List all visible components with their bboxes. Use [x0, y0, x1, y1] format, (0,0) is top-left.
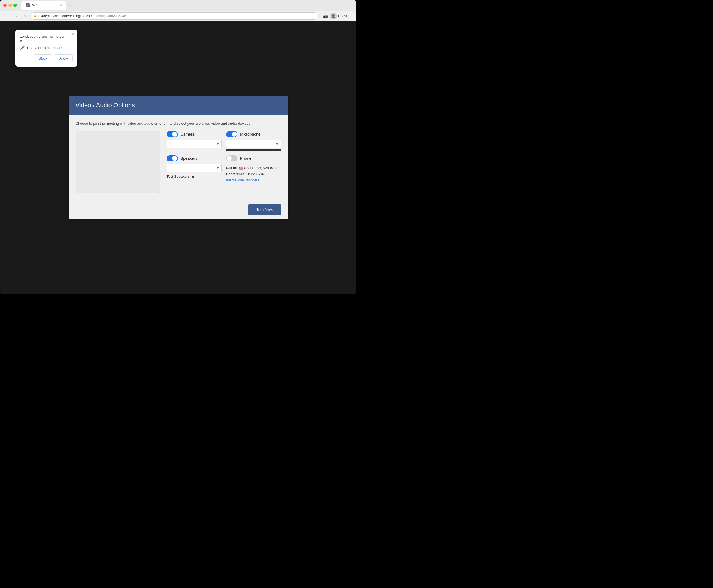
join-now-button[interactable]: Join Now [248, 205, 281, 215]
test-speakers-row: Test Speakers: ▶ [167, 174, 222, 178]
tab-title: VCI [32, 3, 38, 7]
camera-control: Camera [167, 131, 222, 151]
tab-close-button[interactable]: ✕ [59, 4, 62, 7]
url-path: /meeting/?id=2235346 [93, 14, 126, 18]
camera-microphone-row: Camera [167, 131, 281, 151]
call-in-number: US +1 (206) 928-9280 [244, 165, 278, 171]
video-audio-card: Video / Audio Options Choose to join the… [69, 96, 288, 219]
speakers-control: Speakers Test Speakers: ▶ [167, 155, 222, 184]
camera-device-select[interactable] [167, 140, 222, 148]
camera-toolbar-icon[interactable]: 📷 [323, 14, 328, 18]
controls-panel: Camera [167, 131, 281, 193]
speakers-toggle[interactable] [167, 155, 178, 162]
speakers-phone-row: Speakers Test Speakers: ▶ [167, 155, 281, 184]
minimize-button[interactable] [8, 4, 12, 7]
video-preview [76, 131, 160, 193]
fullscreen-button[interactable] [14, 4, 17, 7]
call-info: Call In: 🇺🇸 US +1 (206) 928-9280 Confere… [226, 165, 281, 184]
browser-toolbar: ← → ↻ 🔒 m4demo.videoconferencinginfo.com… [0, 11, 356, 21]
popup-permission-text: Use your microphone [27, 46, 62, 50]
back-button[interactable]: ← [3, 13, 10, 19]
conference-id-row: Conference ID: 223-5346 [226, 171, 281, 177]
conference-id-label: Conference ID: [226, 171, 250, 177]
microphone-level-bar [226, 149, 281, 151]
refresh-button[interactable]: ↻ [21, 13, 28, 19]
international-numbers-link[interactable]: International Numbers [226, 178, 259, 182]
popup-permission-row: 🎤 Use your microphone [20, 45, 73, 50]
phone-control: Phone ℹ Call In: 🇺🇸 US +1 (206) 928-9280 [226, 155, 281, 184]
card-header: Video / Audio Options [69, 96, 288, 114]
options-layout: Camera [76, 131, 281, 193]
more-options-icon[interactable]: ⋮ [349, 14, 353, 18]
titlebar: V VCI ✕ + [0, 0, 356, 11]
speakers-toggle-slider[interactable] [167, 155, 178, 162]
forward-button[interactable]: → [12, 13, 19, 19]
microphone-toggle[interactable] [226, 131, 238, 137]
card-body: Choose to join the meeting with video an… [69, 114, 288, 200]
camera-label: Camera [181, 132, 195, 136]
speakers-device-select[interactable] [167, 164, 222, 172]
card-title: Video / Audio Options [76, 102, 281, 109]
popup-buttons: Block Allow [20, 55, 73, 62]
phone-toggle-row: Phone ℹ [226, 155, 281, 162]
microphone-label: Microphone [240, 132, 261, 136]
browser-tab[interactable]: V VCI ✕ [21, 1, 66, 9]
guest-menu[interactable]: 👤 Guest [330, 13, 347, 19]
microphone-device-select[interactable] [226, 140, 281, 148]
permission-popup: ✕ ...videoconferencinginfo.com wants to … [16, 30, 77, 66]
allow-button[interactable]: Allow [55, 55, 73, 62]
play-button[interactable]: ▶ [192, 175, 195, 178]
flag-icon: 🇺🇸 [239, 165, 243, 171]
browser-content: ✕ ...videoconferencinginfo.com wants to … [0, 21, 356, 294]
test-speakers-label: Test Speakers: [167, 174, 191, 178]
popup-domain-text: ...videoconferencinginfo.com wants to [20, 34, 73, 43]
speakers-label: Speakers [181, 156, 197, 161]
close-button[interactable] [3, 4, 7, 7]
speakers-toggle-row: Speakers [167, 155, 222, 162]
conference-id-value: 223-5346 [251, 171, 265, 177]
camera-toggle[interactable] [167, 131, 178, 137]
microphone-toggle-row: Microphone [226, 131, 281, 137]
card-description: Choose to join the meeting with video an… [76, 121, 281, 126]
phone-label: Phone [240, 156, 251, 161]
toolbar-right: 📷 👤 Guest ⋮ [323, 13, 353, 19]
security-icon: 🔒 [34, 14, 37, 17]
call-in-row: Call In: 🇺🇸 US +1 (206) 928-9280 [226, 165, 281, 171]
camera-toggle-slider[interactable] [167, 131, 178, 137]
phone-toggle[interactable] [226, 155, 238, 162]
guest-avatar: 👤 [330, 13, 337, 19]
card-footer: Join Now [69, 200, 288, 219]
call-in-label: Call In: [226, 165, 238, 171]
block-button[interactable]: Block [34, 55, 52, 62]
url-base: m4demo.videoconferencinginfo.com [39, 14, 93, 18]
microphone-permission-icon: 🎤 [20, 45, 25, 50]
browser-window: V VCI ✕ + ← → ↻ 🔒 m4demo.videoconferenci… [0, 0, 356, 294]
tab-favicon: V [26, 3, 30, 7]
phone-toggle-slider[interactable] [226, 155, 238, 162]
microphone-control: Microphone [226, 131, 281, 151]
address-bar[interactable]: 🔒 m4demo.videoconferencinginfo.com/meeti… [30, 12, 319, 20]
camera-toggle-row: Camera [167, 131, 222, 137]
tab-bar: V VCI ✕ + [21, 1, 353, 9]
url-display: m4demo.videoconferencinginfo.com/meeting… [39, 14, 126, 18]
traffic-lights [3, 4, 17, 7]
phone-info-icon[interactable]: ℹ [254, 156, 256, 160]
microphone-toggle-slider[interactable] [226, 131, 238, 137]
popup-close-button[interactable]: ✕ [71, 32, 75, 37]
guest-label: Guest [338, 14, 347, 18]
new-tab-button[interactable]: + [67, 3, 72, 8]
